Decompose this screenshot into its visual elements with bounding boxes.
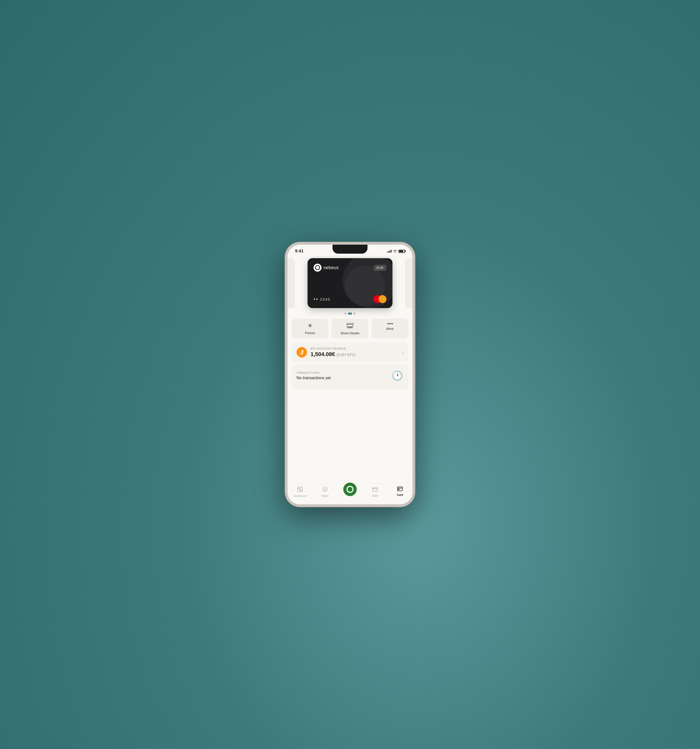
carousel-dot-2-active (348, 313, 352, 315)
card-nav-icon (397, 487, 403, 492)
nebeus-logo-inner-ring (315, 265, 320, 270)
more-button[interactable]: More (371, 319, 409, 339)
clock-emoji: 🕐 (392, 370, 403, 381)
nav-label-iban: IBAN (372, 494, 378, 497)
card-currency-badge: EUR (374, 264, 386, 271)
transactions-card: TRANSACTIONS No transactions yet 🕐 (291, 364, 409, 390)
card-brand-name: nebeus (323, 265, 339, 271)
phone-frame: 9:41 (285, 242, 415, 507)
nebeus-logo-icon (314, 264, 322, 272)
payment-card[interactable]: nebeus EUR •• 2345 (308, 258, 392, 308)
transactions-label: TRANSACTIONS (297, 371, 331, 374)
balance-amount-main: 1,504.08 (311, 351, 332, 357)
nav-item-card[interactable]: Card (391, 487, 409, 496)
card-carousel[interactable]: nebeus EUR •• 2345 (288, 256, 412, 312)
phone-mockup: 9:41 (285, 242, 415, 507)
screen-spacer (288, 393, 412, 483)
nav-label-card: Card (397, 493, 403, 496)
battery-icon (398, 250, 405, 253)
screen: nebeus EUR •• 2345 (288, 256, 412, 504)
svg-rect-2 (347, 327, 353, 328)
show-details-button[interactable]: Show Details (331, 319, 369, 339)
svg-rect-6 (300, 491, 303, 492)
clock-icon: 🕐 (391, 370, 403, 382)
balance-amount-currency: € (332, 351, 335, 357)
nav-label-dashboard: Dashboard (293, 494, 307, 497)
carousel-dots (288, 312, 412, 316)
freeze-button[interactable]: ✳ Freeze (291, 319, 329, 339)
svg-rect-5 (300, 487, 303, 490)
transactions-content: TRANSACTIONS No transactions yet (297, 371, 331, 380)
bottom-navigation: Dashboard Wallet (288, 483, 412, 504)
btc-icon: ₿ (297, 347, 307, 358)
btc-symbol: ₿ (300, 350, 303, 355)
card-header: nebeus EUR (314, 264, 386, 272)
card-peek-right (405, 258, 412, 308)
center-nav-button[interactable] (343, 483, 357, 496)
transactions-empty-text: No transactions yet (297, 376, 331, 380)
svg-rect-0 (347, 323, 353, 327)
card-peek-left (288, 258, 295, 308)
svg-rect-16 (398, 489, 400, 490)
card-number-row: •• 2345 (314, 295, 386, 303)
freeze-icon: ✳ (308, 323, 312, 329)
mastercard-logo (374, 295, 386, 303)
dashboard-icon (297, 487, 303, 493)
center-nav-icon (346, 486, 354, 493)
card-last4: 2345 (320, 297, 330, 301)
more-icon (388, 323, 393, 324)
wallet-icon (322, 487, 328, 493)
balance-amount: 1,504.08€ (0,057 BTC) (311, 351, 398, 358)
svg-point-7 (323, 487, 327, 492)
action-buttons-row: ✳ Freeze Show Details (288, 316, 412, 342)
status-time: 9:41 (295, 249, 303, 254)
carousel-dot-3 (354, 313, 355, 315)
more-label: More (386, 327, 394, 330)
nav-item-dashboard[interactable]: Dashboard (291, 487, 309, 497)
nav-item-center[interactable] (341, 485, 359, 496)
btc-balance-card[interactable]: ₿ BTC ACCOUNT BALANCE 1,504.08€ (0,057 B… (291, 342, 409, 362)
nav-item-iban[interactable]: IBAN (366, 487, 384, 497)
chevron-right-icon: › (402, 350, 403, 355)
phone-notch (332, 245, 368, 254)
nav-item-wallet[interactable]: Wallet (316, 487, 334, 497)
svg-point-8 (324, 489, 326, 490)
nav-label-wallet: Wallet (321, 494, 329, 497)
svg-rect-3 (297, 487, 300, 488)
signal-icon (387, 250, 392, 253)
card-dots: •• (314, 297, 319, 302)
balance-btc: (0,057 BTC) (337, 353, 355, 357)
mastercard-orange-circle (378, 295, 386, 303)
balance-label: BTC ACCOUNT BALANCE (311, 347, 398, 350)
show-details-label: Show Details (340, 331, 360, 335)
iban-icon (372, 487, 378, 493)
carousel-dot-1 (345, 313, 346, 315)
freeze-label: Freeze (305, 331, 315, 335)
card-number: •• 2345 (314, 297, 330, 302)
show-details-icon (347, 323, 353, 329)
wifi-icon (393, 250, 397, 253)
card-logo: nebeus (314, 264, 339, 272)
status-icons (387, 250, 405, 253)
balance-info: BTC ACCOUNT BALANCE 1,504.08€ (0,057 BTC… (311, 347, 398, 358)
svg-rect-4 (297, 489, 300, 492)
